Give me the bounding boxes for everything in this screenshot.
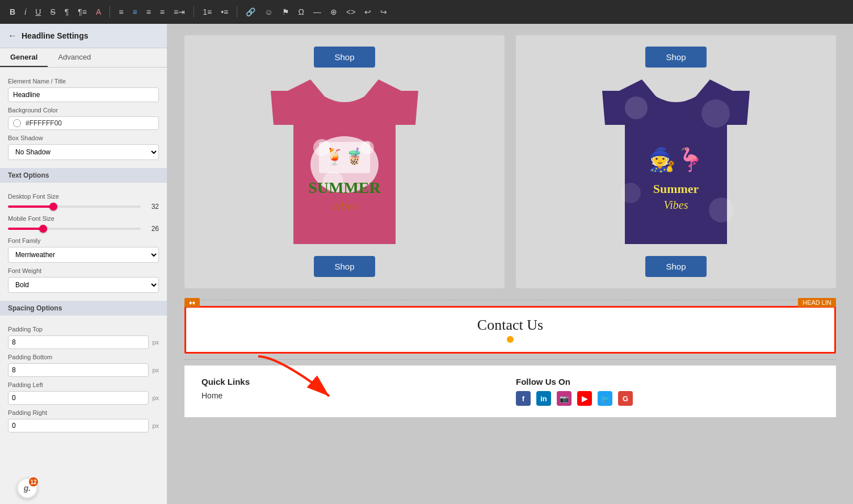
padding-top-input[interactable] [8, 335, 149, 349]
font-weight-select[interactable]: Bold Normal Light Italic [8, 277, 159, 293]
left-badge: ♦♦ [184, 298, 200, 307]
linkedin-icon[interactable]: in [536, 391, 551, 406]
padding-left-label: Padding Left [8, 381, 159, 388]
svg-point-11 [709, 198, 734, 222]
panel-title: Headline Settings [22, 31, 88, 40]
tshirt-svg-pink: SUMMER vibes 🍹🧋 [271, 79, 418, 244]
canvas-area: Shop SUMMER [167, 24, 853, 504]
contact-dot [507, 336, 514, 343]
padding-bottom-input[interactable] [8, 363, 149, 377]
contact-wrapper: ♦♦ HEAD LIN Contact Us [184, 306, 836, 354]
paragraph-button[interactable]: ¶ [62, 6, 72, 18]
divider-line-2 [184, 359, 836, 360]
youtube-icon[interactable]: ▶ [577, 391, 592, 406]
separator-2 [194, 6, 194, 18]
font-family-select[interactable]: Merriweather Arial Georgia Times New Rom… [8, 247, 159, 263]
strikethrough-button[interactable]: S [47, 6, 58, 18]
align-center-button[interactable]: ≡ [129, 6, 140, 18]
padding-right-row: px [8, 419, 159, 432]
italic-button[interactable]: i [22, 6, 29, 18]
desktop-font-label: Desktop Font Size [8, 193, 159, 200]
bg-color-row[interactable]: #FFFFFF00 [8, 116, 159, 130]
desktop-font-slider[interactable] [8, 205, 141, 208]
tab-advanced[interactable]: Advanced [48, 48, 101, 67]
mobile-font-value: 26 [145, 225, 159, 233]
padding-right-input[interactable] [8, 419, 149, 432]
mobile-font-label: Mobile Font Size [8, 215, 159, 222]
code-button[interactable]: <> [343, 6, 358, 18]
redo-button[interactable]: ↪ [377, 6, 390, 18]
emoji-button[interactable]: ☺ [262, 6, 275, 18]
element-name-label: Element Name / Title [8, 78, 159, 85]
element-name-input[interactable] [8, 87, 159, 102]
divider-line [184, 300, 836, 300]
ordered-list-button[interactable]: 1≡ [200, 6, 215, 18]
svg-point-9 [701, 99, 730, 128]
instagram-icon[interactable]: 📷 [557, 391, 572, 406]
box-shadow-label: Box Shadow [8, 135, 159, 141]
footer-link-home[interactable]: Home [201, 391, 505, 400]
omega-button[interactable]: Ω [296, 6, 307, 18]
padding-top-label: Padding Top [8, 326, 159, 333]
list-button[interactable]: ¶≡ [75, 6, 90, 18]
svg-text:🧙🦩: 🧙🦩 [648, 146, 704, 173]
align-justify-button[interactable]: ≡ [157, 6, 167, 18]
mobile-font-slider-row: 26 [8, 225, 159, 233]
align-left-button[interactable]: ≡ [116, 6, 126, 18]
follow-title: Follow Us On [516, 377, 819, 387]
padding-bottom-row: px [8, 363, 159, 377]
text-color-button[interactable]: A [93, 6, 104, 18]
padding-left-input[interactable] [8, 391, 149, 405]
font-weight-label: Font Weight [8, 267, 159, 274]
spacing-section: Padding Top px Padding Bottom px Padding… [0, 316, 167, 442]
mobile-font-slider[interactable] [8, 228, 141, 230]
main-layout: ← Headline Settings General Advanced Ele… [0, 24, 853, 504]
text-options-divider: Text Options [0, 168, 167, 183]
twitter-icon[interactable]: 🐦 [598, 391, 612, 406]
svg-text:Vibes: Vibes [664, 199, 688, 211]
canvas-content: Shop SUMMER [167, 24, 853, 504]
svg-point-8 [625, 96, 648, 119]
toolbar: B i U S ¶ ¶≡ A ≡ ≡ ≡ ≡ ≡⇥ 1≡ •≡ 🔗 ☺ ⚑ Ω … [0, 0, 853, 24]
indent-button[interactable]: ≡⇥ [171, 6, 188, 18]
underline-button[interactable]: U [32, 6, 44, 18]
tshirt-container-2: Summer Vibes 🧙🦩 [602, 77, 750, 247]
shop-button-1b[interactable]: Shop [314, 256, 375, 277]
canvas-inner: Shop SUMMER [167, 24, 853, 504]
shop-button-1[interactable]: Shop [314, 47, 375, 68]
padding-bottom-px: px [152, 367, 159, 373]
quick-links-title: Quick Links [201, 377, 505, 387]
right-badge: HEAD LIN [798, 298, 836, 307]
facebook-icon[interactable]: f [516, 391, 531, 406]
google-icon[interactable]: G [618, 391, 633, 406]
text-options-section: Desktop Font Size 32 Mobile Font Size 26… [0, 183, 167, 299]
product-card-1: Shop SUMMER [184, 35, 505, 288]
unordered-list-button[interactable]: •≡ [218, 6, 231, 18]
color-swatch [13, 119, 21, 127]
dash-button[interactable]: — [310, 6, 324, 18]
bold-button[interactable]: B [7, 6, 18, 18]
tab-general[interactable]: General [0, 48, 48, 67]
footer-area: Quick Links Home Follow Us On f in 📷 ▶ 🐦 [184, 366, 836, 417]
separator-1 [110, 6, 110, 18]
svg-text:SUMMER: SUMMER [308, 179, 381, 196]
shop-button-2b[interactable]: Shop [645, 256, 706, 277]
box-shadow-select[interactable]: No Shadow Small Medium Large [8, 144, 159, 160]
undo-button[interactable]: ↩ [362, 6, 374, 18]
link-button[interactable]: 🔗 [243, 6, 258, 18]
product-card-2: Shop Summer [516, 35, 836, 288]
footer-quick-links: Quick Links Home [201, 377, 505, 406]
spacing-options-divider: Spacing Options [0, 301, 167, 316]
shop-button-2[interactable]: Shop [645, 47, 706, 68]
color-value: #FFFFFF00 [26, 119, 62, 127]
align-right-button[interactable]: ≡ [144, 6, 154, 18]
flag-button[interactable]: ⚑ [279, 6, 292, 18]
grammarly-badge[interactable]: g. 12 [17, 478, 37, 498]
padding-top-row: px [8, 335, 159, 349]
contact-section[interactable]: Contact Us [184, 306, 836, 354]
back-button[interactable]: ← [8, 31, 17, 41]
desktop-font-value: 32 [145, 203, 159, 211]
resize-button[interactable]: ⊕ [327, 6, 340, 18]
panel-general-section: Element Name / Title Background Color #F… [0, 68, 167, 166]
contact-title: Contact Us [477, 317, 543, 333]
